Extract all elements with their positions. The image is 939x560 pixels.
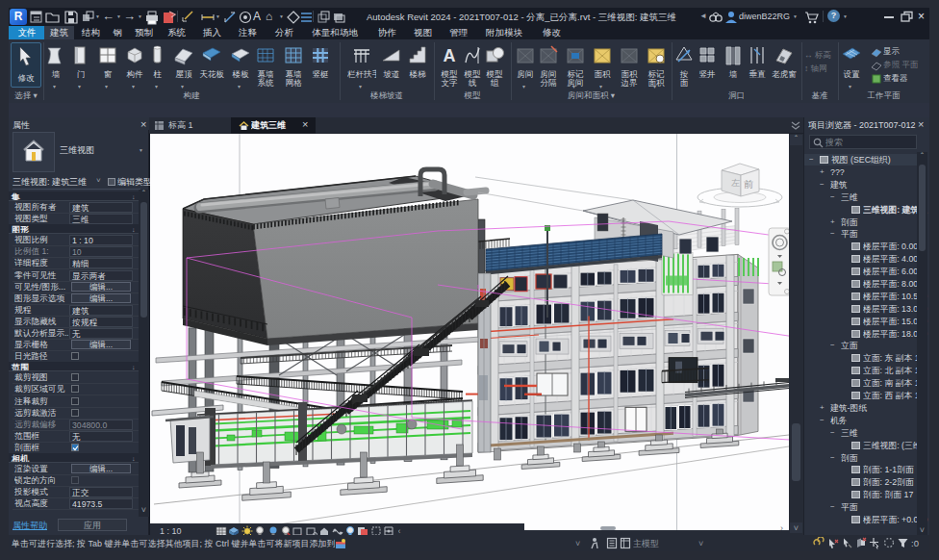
svg-text:左: 左 (731, 178, 740, 188)
svg-text:A: A (444, 46, 456, 65)
svg-text:前: 前 (744, 179, 753, 190)
